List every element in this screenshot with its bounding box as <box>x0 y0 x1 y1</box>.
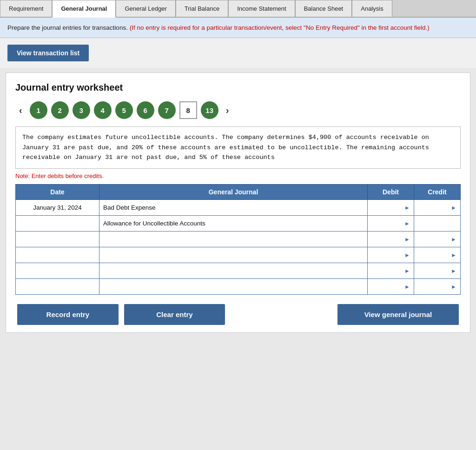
record-entry-button[interactable]: Record entry <box>17 304 119 325</box>
tab-general-ledger[interactable]: General Ledger <box>116 0 175 17</box>
view-transaction-button[interactable]: View transaction list <box>7 45 89 61</box>
cell-credit-3[interactable]: ► <box>414 231 461 247</box>
cell-date-1: January 31, 2024 <box>16 199 99 215</box>
nav-item-6[interactable]: 6 <box>137 101 154 119</box>
instruction-box: Prepare the journal entries for transact… <box>0 18 476 38</box>
nav-item-13[interactable]: 13 <box>201 101 218 119</box>
table-row: ► ► <box>16 231 461 247</box>
journal-table: Date General Journal Debit Credit Januar… <box>15 184 461 295</box>
cell-journal-2[interactable]: Allowance for Uncollectible Accounts <box>99 215 368 231</box>
button-spacer <box>231 304 332 325</box>
nav-next-button[interactable]: › <box>222 103 233 118</box>
view-general-journal-button[interactable]: View general journal <box>337 304 459 325</box>
table-row: Allowance for Uncollectible Accounts ► <box>16 215 461 231</box>
cell-credit-6[interactable]: ► <box>414 278 461 294</box>
cell-credit-1[interactable]: ► <box>414 199 461 215</box>
table-row: ► ► <box>16 263 461 278</box>
cell-date-2 <box>16 215 99 231</box>
nav-item-2[interactable]: 2 <box>51 101 69 119</box>
worksheet-title: Journal entry worksheet <box>15 82 461 93</box>
th-credit: Credit <box>414 184 461 199</box>
nav-item-3[interactable]: 3 <box>73 101 90 119</box>
table-row: January 31, 2024 Bad Debt Expense ► ► <box>16 199 461 215</box>
cell-credit-2[interactable] <box>414 215 461 231</box>
scenario-box: The company estimates future uncollectib… <box>15 126 461 169</box>
instruction-red: (If no entry is required for a particula… <box>130 24 430 31</box>
tab-requirement[interactable]: Requirement <box>0 0 52 17</box>
bottom-buttons: Record entry Clear entry View general jo… <box>15 304 461 325</box>
nav-item-4[interactable]: 4 <box>94 101 112 119</box>
th-date: Date <box>16 184 99 199</box>
note-text: Note: Enter debits before credits. <box>15 172 461 179</box>
tab-general-journal[interactable]: General Journal <box>52 0 116 18</box>
cell-journal-1[interactable]: Bad Debt Expense <box>99 199 368 215</box>
th-general-journal: General Journal <box>99 184 368 199</box>
nav-prev-button[interactable]: ‹ <box>15 103 26 118</box>
cell-credit-4[interactable]: ► <box>414 247 461 263</box>
cell-journal-4[interactable] <box>99 247 368 263</box>
clear-entry-button[interactable]: Clear entry <box>124 304 225 325</box>
th-debit: Debit <box>368 184 414 199</box>
tab-income-statement[interactable]: Income Statement <box>228 0 295 17</box>
nav-item-1[interactable]: 1 <box>30 101 47 119</box>
table-row: ► ► <box>16 247 461 263</box>
nav-item-5[interactable]: 5 <box>115 101 133 119</box>
instruction-main: Prepare the journal entries for transact… <box>7 24 128 31</box>
cell-debit-2[interactable]: ► <box>368 215 414 231</box>
table-row: ► ► <box>16 278 461 294</box>
cell-debit-4[interactable]: ► <box>368 247 414 263</box>
cell-credit-5[interactable]: ► <box>414 263 461 278</box>
cell-debit-5[interactable]: ► <box>368 263 414 278</box>
tab-balance-sheet[interactable]: Balance Sheet <box>295 0 352 17</box>
cell-debit-6[interactable]: ► <box>368 278 414 294</box>
nav-row: ‹ 1 2 3 4 5 6 7 8 13 › <box>15 101 461 119</box>
cell-debit-3[interactable]: ► <box>368 231 414 247</box>
cell-debit-1[interactable]: ► <box>368 199 414 215</box>
cell-date-6 <box>16 278 99 294</box>
view-transaction-bar: View transaction list <box>0 38 476 68</box>
nav-item-7[interactable]: 7 <box>158 101 176 119</box>
tab-trial-balance[interactable]: Trial Balance <box>176 0 228 17</box>
cell-date-3 <box>16 231 99 247</box>
cell-date-4 <box>16 247 99 263</box>
worksheet-container: Journal entry worksheet ‹ 1 2 3 4 5 6 7 … <box>6 73 470 333</box>
cell-date-5 <box>16 263 99 278</box>
cell-journal-3[interactable] <box>99 231 368 247</box>
cell-journal-6[interactable] <box>99 278 368 294</box>
nav-item-8[interactable]: 8 <box>179 101 197 119</box>
cell-journal-5[interactable] <box>99 263 368 278</box>
tab-analysis[interactable]: Analysis <box>352 0 392 17</box>
tab-bar: Requirement General Journal General Ledg… <box>0 0 476 18</box>
